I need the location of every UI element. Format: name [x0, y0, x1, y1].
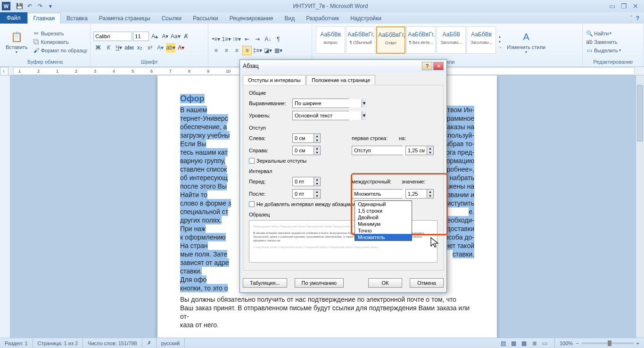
- chevron-down-icon[interactable]: ▼: [362, 99, 366, 108]
- italic-icon[interactable]: К: [104, 43, 113, 52]
- align-right-icon[interactable]: ≡: [232, 46, 241, 55]
- font-name-combo[interactable]: [93, 32, 132, 41]
- highlight-icon[interactable]: ab▾: [166, 43, 175, 52]
- tab-addins[interactable]: Надстройки: [345, 13, 387, 24]
- tab-insert[interactable]: Вставка: [61, 13, 93, 24]
- subscript-icon[interactable]: x₂: [135, 43, 144, 52]
- style-item[interactable]: АаБбВввопрос: [316, 26, 345, 54]
- sort-icon[interactable]: A↓: [263, 34, 272, 44]
- tab-selector[interactable]: L: [0, 67, 8, 75]
- chevron-down-icon[interactable]: ▼: [362, 111, 366, 120]
- alignment-combo[interactable]: ▼: [292, 99, 349, 108]
- bullets-icon[interactable]: •≡▾: [211, 34, 221, 44]
- vertical-scrollbar[interactable]: [636, 75, 644, 338]
- dropdown-option[interactable]: Двойной: [355, 214, 412, 221]
- styles-expand-icon[interactable]: ⌄: [499, 45, 502, 49]
- cut-button[interactable]: ✂Вырезать: [33, 30, 88, 37]
- default-button[interactable]: По умолчанию: [295, 278, 344, 288]
- styles-scroll-up-icon[interactable]: ▴: [499, 34, 502, 39]
- dropdown-option[interactable]: 1,5 строки: [355, 207, 412, 214]
- format-painter-button[interactable]: 🖌Формат по образцу: [33, 47, 88, 54]
- font-size-combo[interactable]: [133, 32, 149, 41]
- linespacing-value-spin[interactable]: ▲▼: [405, 189, 434, 199]
- multilevel-icon[interactable]: ⁝≡▾: [232, 34, 241, 44]
- strike-icon[interactable]: abc: [124, 43, 134, 52]
- view-print-layout-icon[interactable]: ▤: [499, 339, 508, 348]
- tab-home[interactable]: Главная: [27, 13, 61, 24]
- view-web-icon[interactable]: ▩: [520, 339, 529, 348]
- zoom-in-icon[interactable]: +: [636, 340, 639, 346]
- qat-customize-icon[interactable]: ▾: [46, 2, 55, 10]
- firstline-value-spin[interactable]: ▲▼: [405, 146, 434, 155]
- before-spin[interactable]: ▲▼: [292, 177, 321, 186]
- indent-left-spin[interactable]: ▲▼: [292, 133, 321, 143]
- style-item[interactable]: АаБбВвГг,¶ Обычный: [346, 26, 375, 54]
- find-button[interactable]: 🔍Найти▾: [586, 30, 641, 37]
- tab-references[interactable]: Ссылки: [156, 13, 187, 24]
- help-icon[interactable]: ?: [636, 15, 639, 22]
- vertical-ruler[interactable]: [0, 75, 10, 338]
- dialog-tab-position[interactable]: Положение на странице: [306, 75, 375, 85]
- minimize-ribbon-icon[interactable]: ▭: [609, 2, 615, 10]
- zoom-level[interactable]: 100%: [560, 340, 573, 346]
- text-effects-icon[interactable]: A▾: [156, 43, 165, 52]
- tab-file[interactable]: Файл: [0, 12, 27, 24]
- clear-formatting-icon[interactable]: Ⱥ: [181, 32, 190, 41]
- status-word-count[interactable]: Число слов: 151/788: [83, 338, 142, 348]
- dialog-help-icon[interactable]: ?: [422, 62, 432, 70]
- dropdown-option[interactable]: Точно: [355, 227, 412, 234]
- tab-view[interactable]: Вид: [279, 13, 300, 24]
- status-spellcheck[interactable]: ✗: [142, 338, 157, 348]
- dialog-close-icon[interactable]: ✕: [433, 62, 444, 70]
- superscript-icon[interactable]: x²: [145, 43, 155, 52]
- decrease-indent-icon[interactable]: ⇤: [242, 34, 252, 44]
- linespacing-combo[interactable]: ▼: [352, 189, 403, 199]
- mirror-indents-checkbox[interactable]: Зеркальные отступы: [249, 158, 438, 164]
- tab-review[interactable]: Рецензирование: [224, 13, 279, 24]
- zoom-slider[interactable]: [582, 342, 634, 344]
- level-combo[interactable]: ▼: [292, 111, 349, 120]
- view-draft-icon[interactable]: ▭: [540, 339, 550, 348]
- restore-icon[interactable]: ❐: [621, 2, 627, 10]
- ribbon-minimize-icon[interactable]: ˆ: [630, 15, 632, 22]
- bold-icon[interactable]: Ж: [93, 43, 103, 52]
- after-spin[interactable]: ▲▼: [292, 189, 321, 199]
- style-item[interactable]: АаБбВвЗаголово...: [467, 26, 496, 54]
- underline-icon[interactable]: Ч▾: [114, 43, 124, 52]
- tab-developer[interactable]: Разработчик: [300, 13, 345, 24]
- change-styles-button[interactable]: A Изменить стили ▾: [504, 25, 548, 58]
- numbering-icon[interactable]: 1≡▾: [222, 34, 231, 44]
- align-justify-icon[interactable]: ≡: [242, 46, 252, 55]
- font-color-icon[interactable]: A▾: [176, 43, 186, 52]
- zoom-slider-thumb[interactable]: [608, 340, 611, 346]
- tab-mailings[interactable]: Рассылки: [187, 13, 224, 24]
- redo-icon[interactable]: ↷: [36, 2, 44, 10]
- tabs-button[interactable]: Табуляция...: [243, 278, 287, 288]
- zoom-out-icon[interactable]: −: [576, 340, 578, 346]
- style-item[interactable]: АаБбВвГг,Ответ: [376, 26, 405, 54]
- status-language[interactable]: русский: [157, 338, 185, 348]
- firstline-combo[interactable]: ▼: [352, 146, 403, 155]
- style-item[interactable]: АаБбВвГг,¶ Без инте...: [406, 26, 436, 54]
- show-marks-icon[interactable]: ¶: [273, 34, 283, 44]
- status-page[interactable]: Страница: 1 из 2: [33, 338, 83, 348]
- dropdown-option[interactable]: Одинарный: [355, 201, 412, 207]
- select-button[interactable]: ▭Выделить▾: [586, 47, 641, 54]
- view-outline-icon[interactable]: ≣: [530, 339, 539, 348]
- dropdown-option[interactable]: Минимум: [355, 221, 412, 227]
- dialog-tab-indents[interactable]: Отступы и интервалы: [243, 75, 305, 85]
- replace-button[interactable]: abЗаменить: [586, 38, 641, 46]
- ok-button[interactable]: ОК: [368, 278, 402, 288]
- dropdown-option[interactable]: Множитель: [355, 234, 412, 240]
- save-icon[interactable]: 💾: [15, 2, 24, 10]
- change-case-icon[interactable]: Aa▾: [171, 32, 180, 41]
- linespacing-dropdown[interactable]: Одинарный1,5 строкиДвойнойМинимумТочноМн…: [355, 200, 412, 241]
- grow-font-icon[interactable]: A▴: [150, 32, 159, 41]
- styles-gallery[interactable]: АаБбВввопросАаБбВвГг,¶ ОбычныйАаБбВвГг,О…: [315, 25, 497, 58]
- styles-scroll-down-icon[interactable]: ▾: [499, 40, 502, 44]
- align-center-icon[interactable]: ≡: [222, 46, 231, 55]
- style-item[interactable]: АаБбВЗаголово...: [437, 26, 466, 54]
- view-fullscreen-icon[interactable]: ▦: [509, 339, 519, 348]
- status-section[interactable]: Раздел: 1: [0, 338, 33, 348]
- shrink-font-icon[interactable]: A▾: [160, 32, 170, 41]
